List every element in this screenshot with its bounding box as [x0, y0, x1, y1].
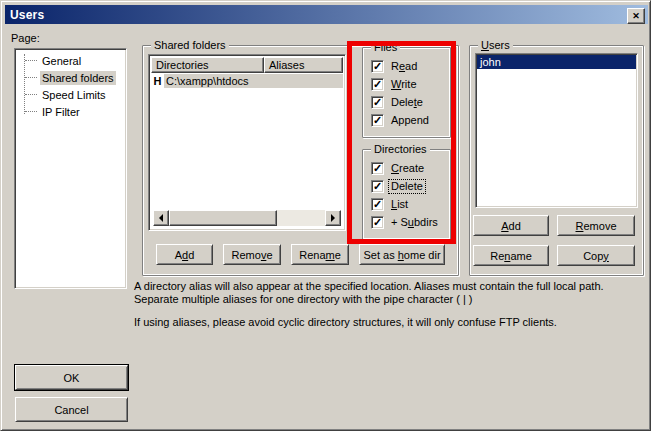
home-marker: H — [151, 75, 164, 87]
page-label: Page: — [11, 32, 40, 44]
tree-stub — [25, 111, 37, 112]
titlebar[interactable]: Users ✕ — [5, 5, 648, 24]
checkbox-file-delete[interactable]: ✓ Delete — [363, 93, 450, 111]
folder-remove-button[interactable]: Remove — [223, 244, 281, 265]
ok-button[interactable]: OK — [15, 365, 128, 390]
users-list[interactable]: john — [475, 53, 638, 208]
scrollbar-thumb[interactable] — [169, 210, 277, 226]
user-add-button[interactable]: Add — [473, 215, 549, 236]
tree-stub — [25, 94, 37, 95]
directories-group: Directories ✓ Create ✓ Delete ✓ List ✓ +… — [362, 149, 451, 240]
page-item-general[interactable]: General — [15, 52, 126, 69]
set-as-home-dir-button[interactable]: Set as home dir — [359, 244, 445, 265]
alias-warning-text: If using aliases, please avoid cyclic di… — [134, 316, 648, 329]
users-dialog: Users ✕ Page: General Shared folders Spe… — [0, 0, 651, 431]
directory-row[interactable]: H C:\xampp\htdocs — [151, 73, 343, 89]
tree-stub — [25, 77, 37, 78]
checkbox-dir-delete[interactable]: ✓ Delete — [363, 177, 450, 195]
checkbox-read[interactable]: ✓ Read — [363, 57, 450, 75]
horizontal-scrollbar[interactable] — [153, 210, 341, 226]
shared-folders-group-label: Shared folders — [151, 39, 229, 51]
close-button[interactable]: ✕ — [627, 8, 645, 24]
user-copy-button[interactable]: Copy — [557, 245, 635, 266]
scroll-left-button[interactable] — [153, 210, 169, 226]
arrow-left-icon — [155, 214, 163, 222]
folder-add-button[interactable]: Add — [156, 244, 213, 265]
column-header-directories[interactable]: Directories — [151, 57, 264, 73]
page-item-shared-folders[interactable]: Shared folders — [15, 69, 126, 86]
files-group: Files ✓ Read ✓ Write ✓ Delete ✓ Append — [362, 47, 451, 138]
checkbox-write[interactable]: ✓ Write — [363, 75, 450, 93]
checkbox-checked-icon[interactable]: ✓ — [371, 180, 384, 193]
checkbox-checked-icon[interactable]: ✓ — [371, 60, 384, 73]
scrollbar-track[interactable] — [277, 210, 325, 226]
window-title: Users — [5, 8, 44, 22]
tree-stub — [25, 60, 37, 61]
directory-path: C:\xampp\htdocs — [164, 74, 343, 88]
user-remove-button[interactable]: Remove — [557, 215, 635, 236]
checkbox-subdirs[interactable]: ✓ + Subdirs — [363, 213, 450, 231]
directories-group-label: Directories — [371, 143, 430, 155]
page-item-ip-filter[interactable]: IP Filter — [15, 103, 126, 120]
checkbox-checked-icon[interactable]: ✓ — [371, 162, 384, 175]
checkbox-checked-icon[interactable]: ✓ — [371, 198, 384, 211]
checkbox-checked-icon[interactable]: ✓ — [371, 78, 384, 91]
arrow-right-icon — [331, 214, 339, 222]
page-item-speed-limits[interactable]: Speed Limits — [15, 86, 126, 103]
checkbox-append[interactable]: ✓ Append — [363, 111, 450, 129]
directories-listview[interactable]: Directories Aliases H C:\xampp\htdocs — [148, 54, 346, 231]
user-rename-button[interactable]: Rename — [473, 245, 549, 266]
user-item-john[interactable]: john — [477, 55, 636, 69]
users-group-label: Users — [478, 39, 513, 51]
checkbox-checked-icon[interactable]: ✓ — [371, 216, 384, 229]
scroll-right-button[interactable] — [325, 210, 341, 226]
checkbox-checked-icon[interactable]: ✓ — [371, 96, 384, 109]
checkbox-list[interactable]: ✓ List — [363, 195, 450, 213]
checkbox-create[interactable]: ✓ Create — [363, 159, 450, 177]
close-icon: ✕ — [632, 12, 640, 21]
cancel-button[interactable]: Cancel — [15, 397, 128, 422]
column-header-aliases[interactable]: Aliases — [264, 57, 343, 73]
alias-description-text: A directory alias will also appear at th… — [134, 280, 648, 306]
checkbox-checked-icon[interactable]: ✓ — [371, 114, 384, 127]
files-group-label: Files — [371, 41, 400, 53]
folder-rename-button[interactable]: Rename — [291, 244, 349, 265]
page-list: General Shared folders Speed Limits IP F… — [14, 48, 127, 289]
